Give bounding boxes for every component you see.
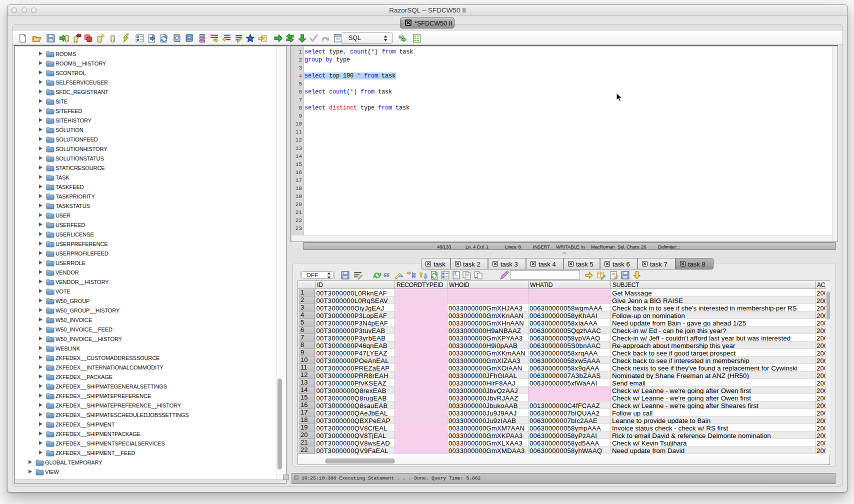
svg-text:66: 66: [384, 272, 390, 278]
svg-text:66: 66: [398, 34, 404, 40]
